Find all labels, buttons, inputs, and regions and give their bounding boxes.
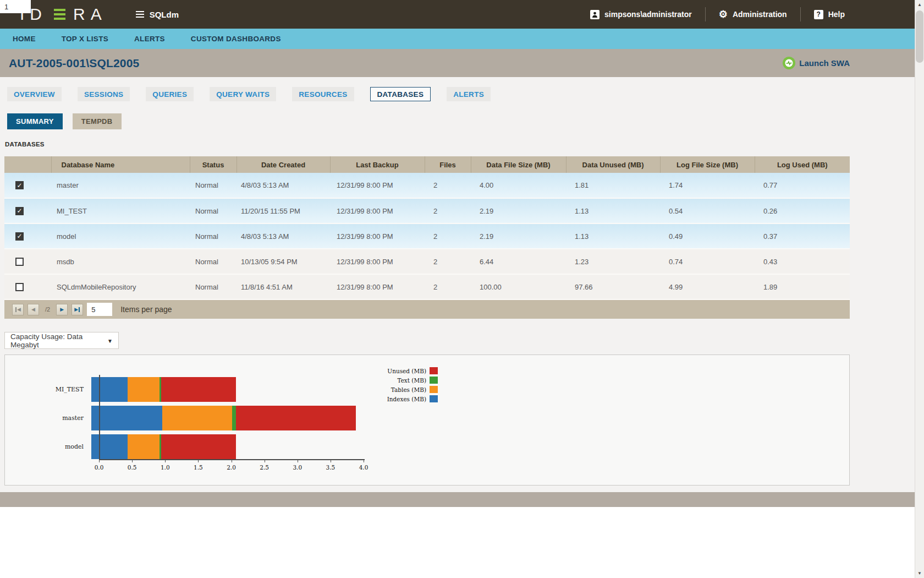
column-header-date-created[interactable]: Date Created <box>237 156 330 173</box>
administration-button[interactable]: Administration <box>719 9 787 19</box>
cell-files: 2 <box>425 173 471 198</box>
help-button[interactable]: Help <box>814 10 845 19</box>
cell-files: 2 <box>425 274 471 299</box>
column-header-database-name[interactable]: Database Name <box>51 156 190 173</box>
column-header-log-used-mb[interactable]: Log Used (MB) <box>755 156 850 173</box>
cell-data-unused-mb: 1.13 <box>566 198 660 223</box>
help-label: Help <box>828 10 845 19</box>
tab-resources[interactable]: RESOURCES <box>292 87 354 101</box>
tab-query-waits[interactable]: QUERY WAITS <box>210 87 276 101</box>
row-checkbox[interactable] <box>15 283 24 291</box>
chart-bar-row-model: model <box>5 434 356 459</box>
nav-item-home[interactable]: HOME <box>13 35 36 43</box>
user-menu[interactable]: simpsons\administrator <box>590 10 692 19</box>
legend-label: Unused (MB) <box>387 368 426 374</box>
cell-status: Normal <box>190 249 237 274</box>
x-tick <box>364 460 364 462</box>
cell-log-file-size-mb: 1.74 <box>660 173 755 198</box>
checkbox-cell <box>4 274 51 299</box>
nav-item-top-x-lists[interactable]: TOP X LISTS <box>62 35 108 43</box>
cell-data-file-size-mb: 2.19 <box>471 198 566 223</box>
column-header-last-backup[interactable]: Last Backup <box>330 156 425 173</box>
logo-e-bars-icon <box>54 9 65 20</box>
first-page-button[interactable] <box>12 304 24 315</box>
items-per-page-input[interactable] <box>87 303 112 316</box>
top-nav: HOMETOP X LISTSALERTSCUSTOM DASHBOARDS <box>0 29 915 49</box>
cell-database-name: SQLdmMobileRepository <box>51 274 190 299</box>
previous-page-button[interactable] <box>28 304 39 315</box>
x-tick <box>99 460 100 462</box>
hamburger-menu-icon[interactable] <box>136 11 144 18</box>
table-row-msdb: msdbNormal10/13/05 9:54 PM12/31/99 8:00 … <box>4 249 850 274</box>
chart-bar-mi-test <box>91 377 356 402</box>
total-pages-label: /2 <box>45 306 50 313</box>
page: ID RA SQLdm simpsons\administrator Admin… <box>0 0 915 578</box>
first-page-icon <box>17 307 21 312</box>
tab-databases[interactable]: DATABASES <box>370 87 431 101</box>
tab-overview[interactable]: OVERVIEW <box>7 87 62 101</box>
column-header-data-file-size-mb[interactable]: Data File Size (MB) <box>471 156 566 173</box>
scrollbar-track[interactable] <box>915 9 924 569</box>
row-checkbox[interactable] <box>15 181 24 189</box>
scroll-up-icon[interactable] <box>915 0 924 9</box>
chart-segment-tables-mb <box>128 377 160 402</box>
column-header-log-file-size-mb[interactable]: Log File Size (MB) <box>660 156 755 173</box>
scrollbar-thumb[interactable] <box>916 10 923 63</box>
cell-date-created: 4/8/03 5:13 AM <box>237 173 330 198</box>
checkbox-cell <box>4 198 51 223</box>
cell-status: Normal <box>190 198 237 223</box>
subtab-summary[interactable]: SUMMARY <box>7 113 63 129</box>
legend-label: Indexes (MB) <box>387 396 426 402</box>
launch-swa-label: Launch SWA <box>799 58 850 68</box>
cell-log-used-mb: 0.26 <box>755 198 850 223</box>
chart-segment-indexes-mb <box>91 406 162 430</box>
chart-segment-tables-mb <box>162 406 232 430</box>
cell-last-backup: 12/31/99 8:00 PM <box>330 274 425 299</box>
legend-label: Tables (MB) <box>391 386 426 393</box>
column-header-data-unused-mb[interactable]: Data Unused (MB) <box>566 156 660 173</box>
view-tabs: OVERVIEWSESSIONSQUERIESQUERY WAITSRESOUR… <box>7 77 915 101</box>
column-header-status[interactable]: Status <box>190 156 237 173</box>
row-checkbox[interactable] <box>15 258 24 266</box>
cell-log-used-mb: 1.89 <box>755 274 850 299</box>
tab-queries[interactable]: QUERIES <box>146 87 194 101</box>
cell-log-file-size-mb: 0.74 <box>660 249 755 274</box>
items-per-page-label: Items per page <box>120 305 172 314</box>
tab-alerts[interactable]: ALERTS <box>447 87 491 101</box>
scroll-down-icon[interactable] <box>915 569 924 578</box>
column-header-files[interactable]: Files <box>425 156 471 173</box>
page-number-input[interactable] <box>0 0 31 13</box>
cell-last-backup: 12/31/99 8:00 PM <box>330 198 425 223</box>
chart-bar-row-mi-test: MI_TEST <box>5 377 356 402</box>
cell-last-backup: 12/31/99 8:00 PM <box>330 173 425 198</box>
chart-bar-model <box>91 434 356 459</box>
legend-item-text-mb: Text (MB) <box>336 375 438 385</box>
checkbox-cell <box>4 223 51 249</box>
chart-bar-master <box>91 406 356 430</box>
nav-item-custom-dashboards[interactable]: CUSTOM DASHBOARDS <box>191 35 281 43</box>
tab-sessions[interactable]: SESSIONS <box>78 87 130 101</box>
cell-files: 2 <box>425 223 471 249</box>
cell-database-name: msdb <box>51 249 190 274</box>
cell-data-file-size-mb: 4.00 <box>471 173 566 198</box>
x-tick-label: 1.5 <box>194 464 203 471</box>
cell-files: 2 <box>425 198 471 223</box>
logo-letters-ra: RA <box>73 6 107 23</box>
legend-item-tables-mb: Tables (MB) <box>336 385 438 394</box>
chart-metric-dropdown[interactable]: Capacity Usage: Data Megabyt <box>4 332 119 349</box>
cell-status: Normal <box>190 223 237 249</box>
vertical-scrollbar[interactable] <box>915 0 924 578</box>
launch-swa-button[interactable]: Launch SWA <box>783 57 850 69</box>
nav-item-alerts[interactable]: ALERTS <box>134 35 165 43</box>
last-page-button[interactable] <box>72 304 83 315</box>
checkbox-cell <box>4 249 51 274</box>
subtab-tempdb[interactable]: TEMPDB <box>73 113 122 129</box>
chart-legend: Unused (MB)Text (MB)Tables (MB)Indexes (… <box>336 366 438 403</box>
x-tick <box>232 460 232 462</box>
row-checkbox[interactable] <box>15 232 24 241</box>
row-checkbox[interactable] <box>15 207 24 215</box>
x-tick-label: 2.5 <box>260 464 269 471</box>
table-row-model: modelNormal4/8/03 5:13 AM12/31/99 8:00 P… <box>4 223 850 249</box>
next-page-button[interactable] <box>56 304 68 315</box>
chart-bar-row-master: master <box>5 406 356 430</box>
